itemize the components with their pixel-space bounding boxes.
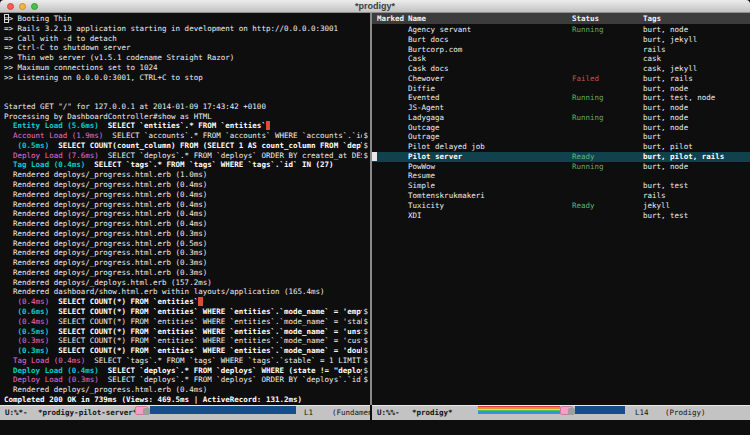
modeline-line-number: L1 (304, 406, 313, 420)
service-row[interactable]: Cask docscask, jekyll (372, 64, 750, 74)
service-row[interactable]: PowWowRunningburt, node (372, 162, 750, 172)
log-line: Processing by DashboardController#show a… (4, 112, 368, 122)
service-status: Ready (572, 152, 595, 162)
service-row[interactable]: Burtcorp.comrails (372, 45, 750, 55)
window-title: *prodigy* (0, 1, 750, 11)
nyan-cat-icon (560, 406, 573, 415)
service-name: Burtcorp.com (408, 45, 462, 55)
log-line: Started GET "/" for 127.0.0.1 at 2014-01… (4, 102, 368, 112)
service-name: Simple (408, 181, 435, 191)
service-name: Cask (408, 54, 426, 64)
log-line: (0.5ms) SELECT COUNT(*) FROM `entities` … (4, 327, 368, 337)
log-line: Rendered deploys/_progress.html.erb (0.4… (4, 190, 368, 200)
log-line: => Ctrl-C to shutdown server (4, 43, 368, 53)
line-truncation-indicator: $ (362, 131, 368, 141)
service-status: Running (572, 162, 604, 172)
log-line: (0.3ms) SELECT COUNT(*) FROM `entities` … (4, 336, 368, 346)
service-row[interactable]: Burt docsburt, jekyll (372, 35, 750, 45)
service-row[interactable]: Simpleburt, test (372, 181, 750, 191)
trailing-whitespace-marker (198, 297, 203, 306)
block-cursor (372, 152, 377, 161)
modeline-right: U:%%- *prodigy* L14 (Prodigy) (372, 405, 750, 420)
line-truncation-indicator: $ (362, 151, 368, 161)
service-name: Agency servant (408, 25, 471, 35)
line-truncation-indicator: $ (362, 346, 368, 356)
service-row[interactable]: LadygagaRunningburt, node (372, 113, 750, 123)
log-line: => Booting Thin (4, 14, 368, 24)
log-line: (0.4ms) SELECT COUNT(*) FROM `entities` (4, 297, 368, 307)
line-truncation-indicator: $ (362, 307, 368, 317)
service-tags: burt, test (643, 181, 688, 191)
emacs-frame: => Booting Thin=> Rails 3.2.13 applicati… (0, 13, 750, 435)
service-name: Evented (408, 93, 440, 103)
server-log-pane: => Booting Thin=> Rails 3.2.13 applicati… (0, 13, 370, 405)
service-tags: rails (643, 191, 666, 201)
service-status: Running (572, 93, 604, 103)
nyan-cat-icon (135, 406, 148, 415)
log-line: (0.3ms) SELECT COUNT(*) FROM `entities` … (4, 346, 368, 356)
service-row[interactable]: Diffieburt, node (372, 84, 750, 94)
log-line: Rendered deploys/_progress.html.erb (0.4… (4, 209, 368, 219)
log-line: Deploy Load (7.6ms) SELECT `deploys`.* F… (4, 151, 368, 161)
header-name: Name (408, 13, 426, 24)
log-line: => Call with -d to detach (4, 34, 368, 44)
nyan-progress-bar (150, 406, 296, 414)
log-line: >> Listening on 0.0.0.0:3001, CTRL+C to … (4, 73, 368, 83)
service-row[interactable]: EventedRunningburt, test, node (372, 93, 750, 103)
service-status: Running (572, 25, 604, 35)
log-line: Account Load (1.9ms) SELECT `accounts`.*… (4, 131, 368, 141)
service-row[interactable]: XDIburt, test (372, 211, 750, 221)
service-name: Burt docs (408, 35, 449, 45)
service-row[interactable]: Agency servantRunningburt, node (372, 25, 750, 35)
log-line: Rendered deploys/_progress.html.erb (0.4… (4, 180, 368, 190)
log-line: Completed 200 OK in 739ms (Views: 469.5m… (4, 395, 368, 405)
service-row[interactable]: Pilot serverReadyburt, pilot, rails (372, 152, 750, 162)
service-row[interactable]: ChewoverFailedburt, rails (372, 74, 750, 84)
service-row[interactable]: Outrageburt (372, 132, 750, 142)
modeline-buffer-name: *prodigy-pilot-server* (38, 406, 137, 420)
log-line (4, 92, 368, 102)
line-truncation-indicator: $ (362, 375, 368, 385)
log-line: Rendered deploys/_progress.html.erb (0.3… (4, 229, 368, 239)
service-tags: burt, rails (643, 74, 693, 84)
line-truncation-indicator: $ (362, 327, 368, 337)
log-line: Rendered deploys/_progress.html.erb (1.0… (4, 170, 368, 180)
trailing-whitespace-marker (266, 121, 271, 130)
service-tags: burt, node (643, 84, 688, 94)
service-tags: burt, node (643, 103, 688, 113)
service-row[interactable]: Pilot delayed jobburt, pilot (372, 142, 750, 152)
header-marked: Marked (377, 13, 404, 24)
service-name: Diffie (408, 84, 435, 94)
modeline-major-mode: (Prodigy) (665, 406, 706, 420)
service-tags: burt, test (643, 211, 688, 221)
service-tags: burt, node (643, 162, 688, 172)
service-row[interactable]: Tomtenskrukmakerirails (372, 191, 750, 201)
titlebar: *prodigy* (0, 0, 750, 13)
echo-area[interactable] (0, 420, 750, 435)
service-row[interactable]: Resume (372, 171, 750, 181)
log-line: Rendered deploys/_deploys.html.erb (157.… (4, 278, 368, 288)
service-tags: burt (643, 132, 661, 142)
line-truncation-indicator: $ (362, 141, 368, 151)
service-name: Tomtenskrukmakeri (408, 191, 485, 201)
nyan-rainbow-icon (478, 406, 560, 414)
log-line: Rendered deploys/_progress.html.erb (0.4… (4, 200, 368, 210)
nyan-progress-bar (575, 406, 625, 414)
service-name: Chewover (408, 74, 444, 84)
log-line: Rendered dashboard/show.html.erb within … (4, 287, 368, 297)
log-line: >> Maximum connections set to 1024 (4, 63, 368, 73)
service-tags: rails (643, 45, 666, 55)
log-line: Tag Load (0.4ms) SELECT `tags`.* FROM `t… (4, 160, 368, 170)
service-row[interactable]: Outcageburt, node (372, 123, 750, 133)
log-line (4, 82, 368, 92)
service-row[interactable]: TuxicityReadyjekyll (372, 201, 750, 211)
log-line: (0.4ms) SELECT COUNT(*) FROM `entities` … (4, 317, 368, 327)
modeline-buffer-name: *prodigy* (412, 406, 453, 420)
log-line: Rendered deploys/_progress.html.erb (0.3… (4, 268, 368, 278)
service-tags: burt, pilot (643, 142, 693, 152)
prodigy-services-pane: Marked Name Status Tags Agency servantRu… (372, 13, 750, 405)
service-row[interactable]: Caskcask (372, 54, 750, 64)
log-line: (0.5ms) SELECT COUNT(count_column) FROM … (4, 141, 368, 151)
line-truncation-indicator: $ (362, 336, 368, 346)
service-row[interactable]: JS-Agentburt, node (372, 103, 750, 113)
